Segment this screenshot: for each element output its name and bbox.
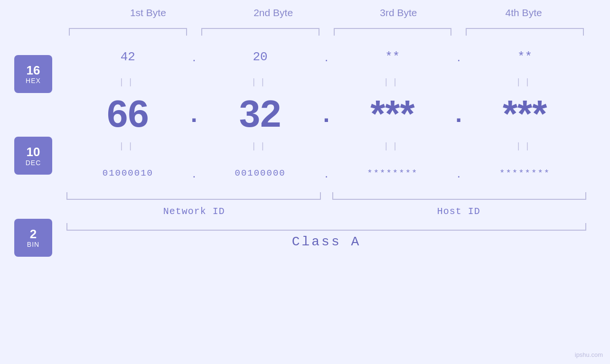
watermark: ipshu.com [575,351,603,358]
eq8: || [463,141,586,151]
hex-dot1: . [189,50,199,65]
dec-badge: 10 DEC [14,137,52,175]
bin-b2: 00100000 [199,168,322,178]
bin-dot1: . [189,166,199,181]
byte3-header: 3rd Byte [336,7,461,19]
hex-dot2: . [322,50,331,65]
eq5: || [66,141,189,151]
byte1-header: 1st Byte [85,7,211,19]
bin-badge: 2 BIN [14,219,52,257]
eq2: || [199,77,322,87]
id-labels: Network ID Host ID [66,202,586,221]
bin-b4: ******** [463,168,586,178]
bin-badge-label: BIN [27,241,39,248]
bin-dot3: . [454,166,463,181]
dec-row: 66 . 32 . *** . *** [66,90,586,138]
bin-b1: 01000010 [66,168,189,178]
eq-row-dec: || || || || [66,138,586,154]
hex-row: 42 . 20 . ** . ** [66,40,586,74]
eq3: || [331,77,454,87]
dec-dot1: . [189,102,199,126]
eq1: || [66,77,189,87]
dec-dot3: . [454,102,463,126]
dec-badge-label: DEC [26,159,41,167]
eq7: || [331,141,454,151]
byte-headers: 1st Byte 2nd Byte 3rd Byte 4th Byte [85,7,586,19]
dec-b1: 66 [66,95,189,133]
class-area: Class A [66,223,586,249]
dec-dot2: . [322,102,331,126]
hex-b1: 42 [66,50,189,64]
bin-row: 01000010 . 00100000 . ******** . *******… [66,157,586,190]
bin-dot2: . [322,166,331,181]
content-area: 16 HEX 10 DEC 2 BIN [0,24,610,364]
top-brackets [66,26,586,36]
top-bracket-b4 [466,28,584,36]
badges-column: 16 HEX 10 DEC 2 BIN [0,24,66,364]
top-bracket-b1 [69,28,187,36]
eq-row-hex: || || || || [66,74,586,90]
class-bracket [66,223,586,231]
hex-badge-label: HEX [26,77,41,84]
byte2-header: 2nd Byte [211,7,336,19]
bin-b3: ******** [331,168,454,178]
dec-b3: *** [331,95,454,133]
dec-b4: *** [463,95,586,133]
dec-badge-number: 10 [27,145,40,159]
dec-b2: 32 [199,95,322,133]
eq6: || [199,141,322,151]
byte4-header: 4th Byte [461,7,586,19]
network-bracket [66,192,321,200]
host-bracket [332,192,587,200]
top-bracket-b3 [334,28,452,36]
hex-badge: 16 HEX [14,55,52,93]
bot-bracket-row [66,192,586,202]
network-id-label: Network ID [66,206,322,217]
class-label: Class A [292,234,361,249]
hex-dot3: . [454,50,463,65]
top-bracket-b2 [201,28,319,36]
hex-b2: 20 [199,50,322,64]
main-container: 1st Byte 2nd Byte 3rd Byte 4th Byte 16 H… [0,0,610,364]
host-id-label: Host ID [331,206,587,217]
right-content: 42 . 20 . ** . ** || || || || 66 [66,24,610,364]
hex-b3: ** [331,50,454,64]
hex-b4: ** [463,50,586,64]
hex-badge-number: 16 [27,64,40,77]
eq4: || [463,77,586,87]
bin-badge-number: 2 [30,227,37,241]
